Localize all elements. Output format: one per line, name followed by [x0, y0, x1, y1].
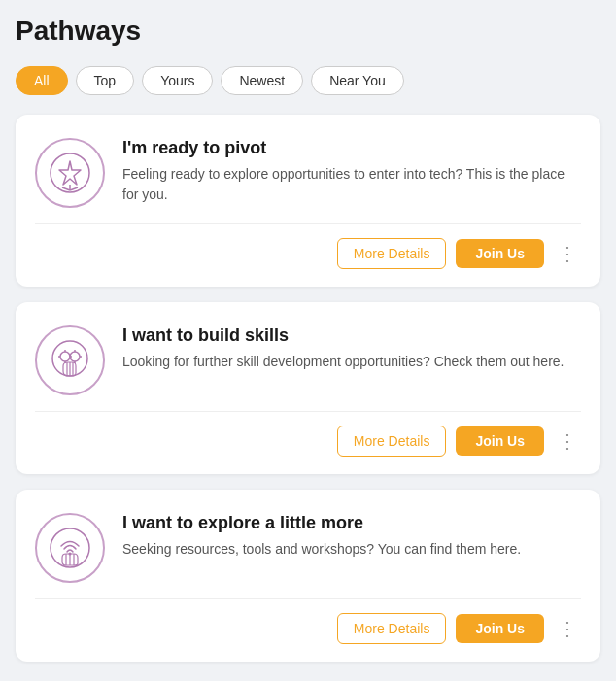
- card-explore-title: I want to explore a little more: [122, 513, 581, 533]
- svg-point-6: [60, 352, 70, 361]
- card-explore-icon: [35, 513, 105, 583]
- card-pivot-more-button[interactable]: More Details: [337, 238, 447, 269]
- card-build-skills-join-button[interactable]: Join Us: [456, 426, 544, 456]
- card-pivot-desc: Feeling ready to explore opportunities t…: [122, 164, 581, 205]
- filter-bar: All Top Yours Newest Near You: [16, 66, 600, 95]
- card-pivot-menu-button[interactable]: ⋮: [554, 244, 581, 263]
- filter-near-you[interactable]: Near You: [311, 66, 404, 95]
- card-pivot: I'm ready to pivot Feeling ready to expl…: [16, 115, 600, 287]
- card-explore-join-button[interactable]: Join Us: [456, 614, 544, 643]
- filter-yours[interactable]: Yours: [142, 66, 213, 95]
- card-build-skills-icon: [35, 325, 105, 395]
- card-build-skills-menu-button[interactable]: ⋮: [554, 431, 581, 451]
- card-explore-more-button[interactable]: More Details: [337, 613, 447, 644]
- page-title: Pathways: [16, 16, 600, 47]
- card-explore-menu-button[interactable]: ⋮: [554, 619, 581, 638]
- card-pivot-join-button[interactable]: Join Us: [456, 239, 544, 268]
- filter-newest[interactable]: Newest: [221, 66, 303, 95]
- card-pivot-title: I'm ready to pivot: [122, 138, 581, 158]
- filter-all[interactable]: All: [16, 66, 68, 95]
- card-build-skills-title: I want to build skills: [122, 325, 581, 346]
- card-build-skills: I want to build skills Looking for furth…: [16, 302, 600, 474]
- card-explore: I want to explore a little more Seeking …: [16, 490, 600, 662]
- card-explore-desc: Seeking resources, tools and workshops? …: [122, 539, 581, 560]
- card-build-skills-desc: Looking for further skill development op…: [122, 352, 581, 372]
- svg-line-3: [62, 187, 70, 190]
- card-build-skills-more-button[interactable]: More Details: [337, 426, 447, 457]
- filter-top[interactable]: Top: [76, 66, 135, 95]
- svg-marker-1: [59, 161, 81, 185]
- card-pivot-icon: [35, 138, 105, 208]
- svg-line-4: [70, 187, 78, 190]
